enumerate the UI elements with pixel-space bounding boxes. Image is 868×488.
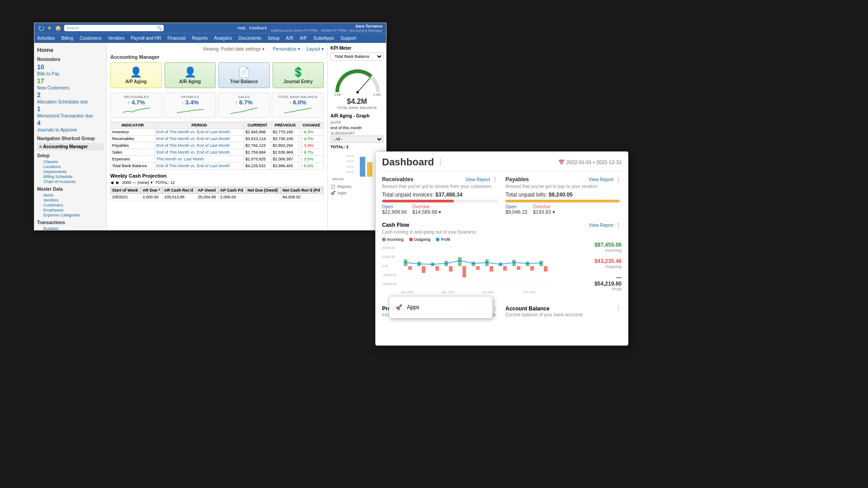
kpi-dropdown[interactable]: Total Bank Balance (330, 52, 383, 61)
setup-billing[interactable]: Billing Schedule (43, 174, 104, 179)
table-row: Total Bank Balance End of This Month vs.… (111, 163, 324, 169)
nav-ap[interactable]: A/P (300, 36, 307, 41)
master-items[interactable]: Items (43, 193, 104, 197)
kpi-sales-label: SALES (220, 95, 268, 99)
am-section-title: Accounting Manager (110, 54, 324, 60)
receivables-progress-fill (382, 200, 454, 202)
nav-billing[interactable]: Billing (61, 36, 73, 41)
ab-menu[interactable]: ⋮ (615, 305, 622, 312)
svg-rect-9 (360, 157, 365, 177)
layout-btn[interactable]: Layout ▾ (307, 47, 324, 52)
kpi-recv-label: RECEIVABLES (113, 95, 160, 99)
feedback-link[interactable]: Feedback (249, 26, 267, 30)
kpi-payables: PAYABLES ↑ 3.4% (164, 93, 216, 118)
svg-point-48 (472, 263, 475, 265)
nav-setup[interactable]: Setup (268, 36, 279, 41)
wcp-next[interactable]: ▶ (116, 180, 119, 185)
kpi-table: INDICATOR PERIOD CURRENT PREVIOUS CHANGE… (110, 122, 324, 169)
apps-popup[interactable]: 🚀 Apps (389, 296, 493, 319)
svg-point-44 (418, 263, 420, 265)
setup-locations[interactable]: Locations (43, 164, 104, 169)
cashflow-menu[interactable]: ⋮ (615, 221, 622, 229)
svg-text:Apr 2022: Apr 2022 (442, 291, 455, 294)
nav-reports[interactable]: Reports (192, 36, 208, 41)
journal-entry-tile[interactable]: 💲 Journal Entry (273, 62, 324, 88)
search-placeholder: Search (66, 26, 79, 30)
payables-progress-bar (505, 200, 622, 202)
legend-outgoing: Outgoing (409, 237, 431, 242)
bills-label[interactable]: Bills to Pay (37, 71, 104, 76)
gauge-value: $4.2M (330, 98, 383, 106)
cell-period[interactable]: End of This Month vs. End of Last Month (155, 129, 244, 136)
je-icon: 💲 (276, 66, 321, 78)
trial-balance-tile[interactable]: 📄 Trial Balance (218, 62, 270, 88)
setup-classes[interactable]: Classes (43, 160, 104, 164)
apps-rocket-icon: 🚀 (330, 191, 335, 195)
nav-financial[interactable]: Financial (167, 36, 185, 41)
cell-change: ↓ 3.4% (299, 142, 324, 149)
setup-departments[interactable]: Departments (43, 169, 104, 174)
legend-profit: Profit (436, 237, 450, 242)
payables-menu[interactable]: ⋮ (615, 176, 622, 183)
nav-payroll[interactable]: Payroll and HR (131, 36, 161, 41)
help-link[interactable]: Help (237, 26, 246, 30)
ar-subsidiary-dropdown[interactable]: - All - (330, 136, 383, 143)
allocation-label[interactable]: Allocation Schedules due (37, 99, 104, 104)
ns-star-icon[interactable]: ★ (47, 25, 52, 31)
master-expenses[interactable]: Expense Categories (43, 213, 104, 217)
setup-chart[interactable]: Chart of Accounts (43, 179, 104, 184)
col-indicator: INDICATOR (111, 122, 155, 129)
svg-text:Jul 2022: Jul 2022 (482, 291, 495, 294)
master-vendors[interactable]: Vendors (43, 198, 104, 202)
pay-open-label: Open (505, 204, 528, 209)
table-row: Inventory End of This Month vs. End of L… (111, 129, 324, 136)
nav-suiteapps[interactable]: SuiteApps (313, 36, 334, 41)
ar-graph-title: A/R Aging - Graph (330, 113, 383, 118)
svg-point-1 (356, 91, 359, 94)
cashflow-legend: Incoming Outgoing Profit (382, 237, 582, 242)
nav-vendors[interactable]: Vendors (108, 36, 125, 41)
nav-analytics[interactable]: Analytics (214, 36, 232, 41)
pl-menu[interactable]: ⋮ (492, 305, 498, 312)
svg-point-53 (540, 262, 542, 264)
cell-period[interactable]: End of This Month vs. End of Last Month (155, 136, 244, 142)
receivables-menu[interactable]: ⋮ (492, 176, 498, 183)
memorized-label[interactable]: Memorized Transaction due (37, 113, 104, 118)
receivables-view-report[interactable]: View Report (466, 177, 490, 182)
new-customers-label[interactable]: New Customers (37, 85, 104, 90)
kpi-bank-sparkline (284, 106, 311, 115)
wcp-col-ap-owed: AP Owed (196, 187, 218, 194)
cell-period[interactable]: End of This Month vs. End of Last Month (155, 149, 244, 156)
accounting-manager-nav[interactable]: ≡ Accounting Manager (37, 143, 104, 150)
nav-support[interactable]: Support (340, 36, 356, 41)
master-customers[interactable]: Customers (43, 203, 104, 207)
payables-view-report[interactable]: View Report (589, 177, 613, 182)
nav-customers[interactable]: Customers (80, 36, 101, 41)
dashboard-menu-icon[interactable]: ⋮ (437, 158, 444, 167)
nav-activities[interactable]: Activities (37, 36, 55, 41)
personalize-btn[interactable]: Personalize ▾ (273, 47, 300, 52)
ns-home-icon[interactable]: 🏠 (55, 25, 61, 31)
cell-indicator: Receivables (111, 136, 155, 142)
svg-text:6.0M: 6.0M (373, 93, 381, 96)
wcp-week-date: 2/8/2021 (111, 194, 141, 201)
home-title: Home (37, 47, 104, 53)
cell-period[interactable]: End of This Month vs. End of Last Month (155, 163, 244, 169)
trans-budgets[interactable]: Budgets (43, 226, 104, 230)
master-employees[interactable]: Employees (43, 208, 104, 212)
nav-ar[interactable]: A/R (286, 36, 293, 41)
wcp-prev[interactable]: ◀ (110, 180, 113, 185)
ap-aging-tile[interactable]: 👤 A/P Aging (110, 62, 162, 88)
ar-aging-tile[interactable]: 👤 A/R Aging (165, 62, 216, 88)
ns-content: Home Reminders 10 Bills to Pay 17 New Cu… (34, 43, 386, 230)
cashflow-view-report[interactable]: View Report (589, 223, 613, 228)
cell-period[interactable]: This Month vs. Last Month (155, 156, 244, 163)
journals-label[interactable]: Journals to Approve (37, 127, 104, 132)
apps-label: Apps (337, 191, 347, 195)
cell-period[interactable]: End of This Month vs. End of Last Month (155, 142, 244, 149)
svg-text:-10000.00: -10000.00 (382, 273, 396, 277)
ns-search-bar[interactable]: Search 🔍 (64, 25, 164, 31)
nav-documents[interactable]: Documents (239, 36, 262, 41)
master-data-title: Master Data (37, 187, 104, 192)
weekly-cash-section: Weekly Cash Projection ◀ ▶ 2000 — (none)… (110, 173, 324, 201)
